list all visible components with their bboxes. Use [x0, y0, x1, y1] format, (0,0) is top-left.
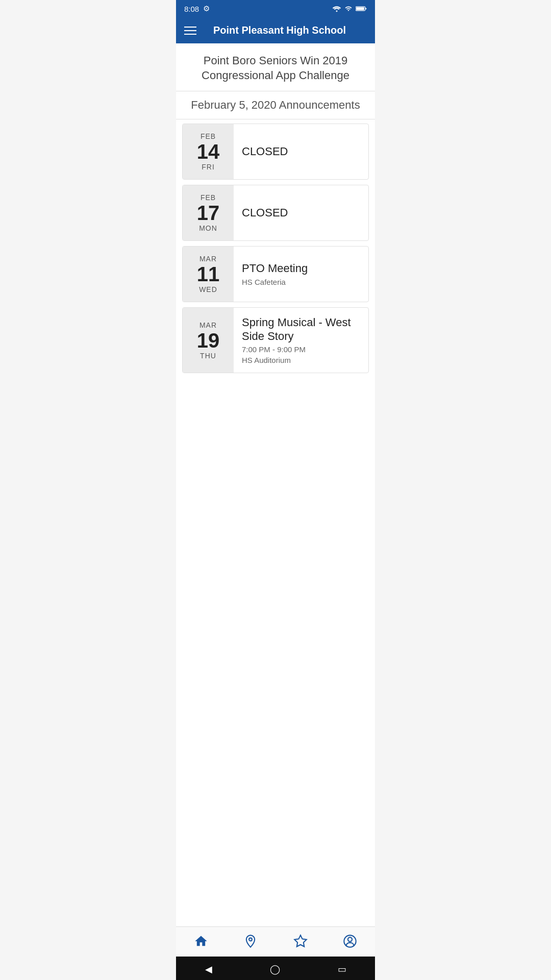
- event-day: 19: [197, 329, 220, 352]
- event-info-mar11: PTO Meeting HS Cafeteria: [234, 247, 368, 302]
- event-date-mar19: MAR 19 THU: [183, 308, 234, 373]
- status-left: 8:08 ⚙: [184, 4, 210, 13]
- event-name: PTO Meeting: [242, 262, 360, 275]
- app-title: Point Pleasant High School: [205, 24, 367, 36]
- svg-marker-4: [294, 935, 306, 946]
- settings-icon: ⚙: [203, 4, 210, 13]
- event-card-feb14[interactable]: FEB 14 FRI CLOSED: [182, 124, 369, 180]
- event-card-mar11[interactable]: MAR 11 WED PTO Meeting HS Cafeteria: [182, 246, 369, 302]
- event-dow: WED: [199, 285, 217, 293]
- recents-button[interactable]: ▭: [338, 964, 346, 975]
- event-info-mar19: Spring Musical - West Side Story 7:00 PM…: [234, 308, 368, 373]
- event-month: FEB: [201, 193, 216, 202]
- menu-button[interactable]: [184, 27, 196, 35]
- svg-point-6: [348, 937, 352, 941]
- event-location: HS Auditorium: [242, 356, 360, 364]
- event-month: MAR: [199, 321, 217, 329]
- event-info-feb14: CLOSED: [234, 124, 368, 179]
- nav-favorites[interactable]: [283, 932, 318, 950]
- event-card-mar19[interactable]: MAR 19 THU Spring Musical - West Side St…: [182, 307, 369, 373]
- android-nav-bar: ◀ ◯ ▭: [176, 957, 375, 980]
- profile-icon: [343, 934, 357, 948]
- event-date-feb17: FEB 17 MON: [183, 185, 234, 240]
- event-day: 11: [197, 263, 220, 285]
- event-list: FEB 14 FRI CLOSED FEB 17 MON CLOSED MAR: [176, 119, 375, 377]
- nav-home[interactable]: [184, 932, 218, 950]
- event-day: 14: [197, 140, 220, 163]
- event-dow: FRI: [202, 163, 215, 171]
- battery-icon: [356, 5, 367, 12]
- location-icon: [243, 934, 258, 948]
- event-dow: MON: [199, 224, 217, 232]
- news-banner[interactable]: Point Boro Seniors Win 2019 Congressiona…: [176, 43, 375, 91]
- event-month: FEB: [201, 132, 216, 140]
- announcements-date: February 5, 2020 Announcements: [188, 99, 363, 112]
- app-bar: Point Pleasant High School: [176, 17, 375, 43]
- bottom-nav: [176, 926, 375, 957]
- home-icon: [194, 934, 208, 948]
- event-name: Spring Musical - West Side Story: [242, 316, 360, 343]
- event-month: MAR: [199, 255, 217, 263]
- svg-point-3: [249, 938, 252, 941]
- event-date-mar11: MAR 11 WED: [183, 247, 234, 302]
- event-day: 17: [197, 202, 220, 224]
- event-date-feb14: FEB 14 FRI: [183, 124, 234, 179]
- svg-rect-1: [356, 7, 364, 10]
- status-right: [332, 5, 367, 12]
- nav-location[interactable]: [233, 932, 268, 950]
- wifi-icon: [332, 5, 341, 12]
- event-location: HS Cafeteria: [242, 278, 360, 286]
- event-card-feb17[interactable]: FEB 17 MON CLOSED: [182, 185, 369, 241]
- star-icon: [293, 934, 308, 948]
- signal-icon: [344, 5, 353, 12]
- status-bar: 8:08 ⚙: [176, 0, 375, 17]
- main-content: Point Boro Seniors Win 2019 Congressiona…: [176, 43, 375, 926]
- announcements-header: February 5, 2020 Announcements: [176, 91, 375, 119]
- event-time: 7:00 PM - 9:00 PM: [242, 345, 360, 354]
- event-name: CLOSED: [242, 206, 360, 219]
- event-dow: THU: [200, 352, 216, 360]
- svg-rect-2: [365, 8, 366, 9]
- back-button[interactable]: ◀: [205, 964, 212, 975]
- news-title: Point Boro Seniors Win 2019 Congressiona…: [188, 54, 363, 83]
- event-name: CLOSED: [242, 145, 360, 158]
- home-button[interactable]: ◯: [270, 964, 280, 975]
- event-info-feb17: CLOSED: [234, 185, 368, 240]
- nav-profile[interactable]: [333, 932, 367, 950]
- time-display: 8:08: [184, 5, 199, 13]
